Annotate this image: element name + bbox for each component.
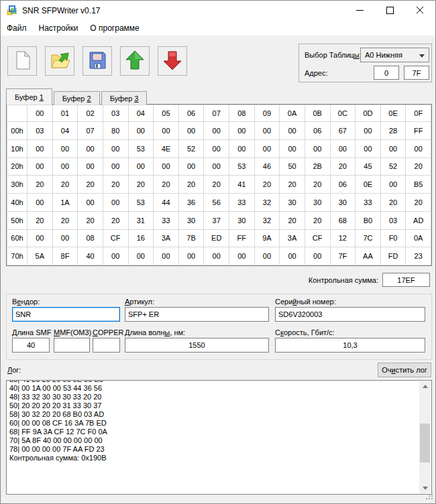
tab-buffer-3[interactable]: Буфер 3 (101, 91, 148, 105)
hex-cell[interactable]: 8F (52, 247, 78, 265)
hex-cell[interactable]: 00 (204, 139, 229, 158)
hex-cell[interactable]: 7B (178, 229, 204, 247)
hex-cell[interactable]: CF (103, 229, 128, 247)
speed-input[interactable] (275, 338, 425, 353)
hex-cell[interactable]: 00 (229, 139, 255, 158)
hex-cell[interactable]: CF (305, 229, 330, 247)
hex-cell[interactable]: 0E (356, 176, 381, 194)
address-end-input[interactable] (404, 66, 429, 80)
hex-cell[interactable]: 00 (204, 158, 229, 176)
menu-settings[interactable]: Настройки (33, 21, 85, 35)
hex-cell[interactable]: 20 (78, 211, 103, 229)
hex-cell[interactable]: 20 (280, 211, 305, 229)
hex-cell[interactable]: 9A (254, 229, 280, 247)
scroll-up-icon[interactable] (419, 381, 431, 391)
hex-cell[interactable]: 4E (154, 139, 179, 158)
hex-cell[interactable]: 80 (103, 122, 128, 140)
hex-cell[interactable]: 32 (254, 194, 280, 212)
hex-cell[interactable]: 20 (28, 176, 53, 194)
address-start-input[interactable] (374, 66, 399, 80)
hex-cell[interactable]: 28 (380, 122, 406, 140)
hex-cell[interactable]: 00 (280, 122, 305, 140)
hex-cell[interactable]: 30 (229, 211, 255, 229)
hex-cell[interactable]: 33 (356, 194, 381, 212)
hex-cell[interactable]: FF (229, 229, 255, 247)
hex-cell[interactable]: 03 (380, 211, 406, 229)
hex-cell[interactable]: 20 (28, 211, 53, 229)
hex-cell[interactable]: 00 (178, 122, 204, 140)
hex-cell[interactable]: 00 (103, 247, 128, 265)
hex-cell[interactable]: 00 (28, 139, 53, 158)
hex-cell[interactable]: 00 (103, 158, 128, 176)
hex-cell[interactable]: 20 (380, 194, 406, 212)
hex-cell[interactable]: 3A (154, 229, 179, 247)
hex-cell[interactable]: 20 (128, 176, 154, 194)
hex-cell[interactable]: 41 (229, 176, 255, 194)
hex-cell[interactable]: 00 (103, 194, 128, 212)
hex-cell[interactable]: 53 (128, 194, 154, 212)
hex-cell[interactable]: 20 (78, 176, 103, 194)
hex-cell[interactable]: 03 (28, 122, 53, 140)
hex-cell[interactable]: 40 (78, 247, 103, 265)
hex-cell[interactable]: 20 (406, 158, 431, 176)
hex-cell[interactable]: 00 (178, 158, 204, 176)
open-file-button[interactable] (45, 46, 74, 76)
hex-cell[interactable]: 20 (178, 176, 204, 194)
hex-cell[interactable]: FF (406, 122, 431, 140)
hex-cell[interactable]: 20 (52, 176, 78, 194)
mmf-length-input[interactable] (54, 338, 90, 353)
hex-cell[interactable]: 06 (330, 176, 356, 194)
tab-buffer-1[interactable]: Буфер 1 (6, 88, 52, 105)
hex-cell[interactable]: 00 (356, 122, 381, 140)
hex-cell[interactable]: 7C (356, 229, 381, 247)
hex-cell[interactable]: 20 (280, 176, 305, 194)
scroll-down-icon[interactable] (419, 483, 431, 493)
hex-cell[interactable]: 20 (103, 176, 128, 194)
hex-cell[interactable]: 3A (280, 229, 305, 247)
hex-cell[interactable]: 00 (380, 176, 406, 194)
hex-cell[interactable]: 12 (330, 229, 356, 247)
smf-length-input[interactable] (12, 338, 50, 353)
hex-cell[interactable]: 7F (330, 247, 356, 265)
hex-cell[interactable]: 00 (28, 158, 53, 176)
hex-cell[interactable]: 52 (178, 139, 204, 158)
hex-cell[interactable]: 16 (128, 229, 154, 247)
hex-cell[interactable]: 0A (406, 229, 431, 247)
hex-cell[interactable]: 45 (356, 158, 381, 176)
new-file-button[interactable] (7, 46, 37, 76)
hex-cell[interactable]: ED (204, 229, 229, 247)
hex-cell[interactable]: 33 (229, 194, 255, 212)
table-select-combobox[interactable]: A0 Нижняя (360, 48, 429, 62)
hex-cell[interactable]: 00 (280, 139, 305, 158)
hex-cell[interactable]: 00 (254, 122, 280, 140)
hex-cell[interactable]: 20 (204, 176, 229, 194)
hex-cell[interactable]: 1A (52, 194, 78, 212)
hex-cell[interactable]: 20 (305, 211, 330, 229)
hex-cell[interactable]: 00 (204, 122, 229, 140)
hex-cell[interactable]: 67 (330, 122, 356, 140)
resize-grip-icon[interactable] (426, 493, 433, 501)
hex-cell[interactable]: F0 (380, 229, 406, 247)
hex-cell[interactable]: 68 (330, 211, 356, 229)
hex-cell[interactable]: 33 (154, 211, 179, 229)
hex-cell[interactable]: 30 (305, 194, 330, 212)
menu-about[interactable]: О программе (84, 21, 145, 35)
log-scrollbar[interactable] (419, 381, 431, 493)
hex-cell[interactable]: 00 (305, 247, 330, 265)
hex-cell[interactable]: 08 (78, 229, 103, 247)
hex-cell[interactable]: 50 (280, 158, 305, 176)
maximize-button[interactable] (375, 1, 405, 21)
hex-cell[interactable]: 31 (128, 211, 154, 229)
checksum-input[interactable] (382, 273, 430, 287)
hex-cell[interactable]: 00 (28, 194, 53, 212)
hex-cell[interactable]: B5 (406, 176, 431, 194)
hex-cell[interactable]: B0 (356, 211, 381, 229)
log-textarea[interactable]: 38| 41 20 20 20 06 0E 00 B540| 00 1A 00 … (6, 380, 432, 495)
download-button[interactable] (158, 46, 187, 76)
hex-cell[interactable]: 20 (52, 211, 78, 229)
hex-cell[interactable]: 00 (78, 194, 103, 212)
hex-cell[interactable]: 00 (204, 247, 229, 265)
hex-cell[interactable]: 46 (254, 158, 280, 176)
hex-cell[interactable]: 00 (229, 122, 255, 140)
hex-cell[interactable]: 00 (128, 247, 154, 265)
